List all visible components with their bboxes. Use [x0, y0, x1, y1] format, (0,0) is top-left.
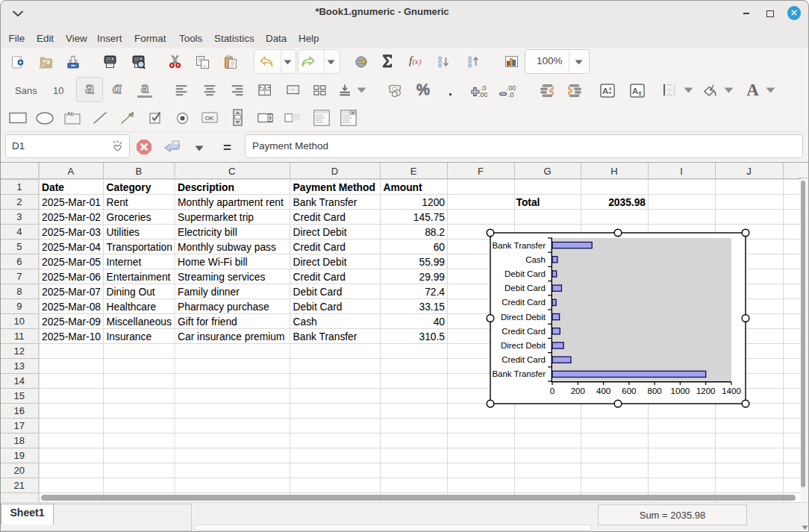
svg-text:800: 800: [648, 387, 662, 395]
svg-text:Dining Out: Dining Out: [107, 287, 155, 298]
svg-text:21: 21: [14, 480, 25, 491]
svg-text:H: H: [610, 166, 617, 177]
svg-text:19: 19: [14, 450, 25, 461]
svg-text:Credit Card: Credit Card: [293, 212, 346, 223]
svg-text:1: 1: [16, 181, 22, 193]
svg-text:0: 0: [550, 387, 555, 395]
svg-text:.00: .00: [478, 90, 488, 98]
svg-text:Amount: Amount: [384, 182, 423, 193]
svg-text:Direct Debit: Direct Debit: [293, 227, 347, 238]
svg-text:Car insurance premium: Car insurance premium: [178, 331, 284, 342]
svg-text:2025-Mar-01: 2025-Mar-01: [42, 197, 101, 208]
svg-text:B: B: [135, 166, 142, 177]
svg-text:2025-Mar-02: 2025-Mar-02: [42, 212, 101, 223]
svg-text:Bank Transfer: Bank Transfer: [492, 241, 546, 250]
svg-text:A: A: [602, 87, 608, 96]
svg-text:7: 7: [16, 271, 22, 282]
svg-text:Category: Category: [107, 182, 152, 193]
svg-text:A: A: [632, 87, 638, 96]
svg-text:F: F: [478, 166, 484, 177]
svg-text:1200: 1200: [422, 197, 445, 208]
svg-text:Electricity bill: Electricity bill: [178, 227, 237, 238]
svg-text:2: 2: [16, 196, 22, 207]
svg-text:400: 400: [596, 387, 610, 395]
svg-text:Cash: Cash: [293, 316, 317, 328]
svg-text:OK: OK: [205, 115, 214, 122]
svg-text:x: x: [609, 85, 612, 92]
svg-text:Monthly subway pass: Monthly subway pass: [178, 242, 276, 253]
svg-text:Debit Card: Debit Card: [505, 284, 546, 292]
svg-text:8: 8: [16, 286, 22, 297]
svg-text:Rent: Rent: [107, 197, 128, 208]
svg-text:200: 200: [571, 387, 585, 395]
svg-text:Payment Method: Payment Method: [293, 182, 375, 193]
svg-text:Credit Card: Credit Card: [502, 355, 546, 364]
svg-text:.0: .0: [508, 90, 514, 98]
svg-text:Description: Description: [178, 182, 234, 193]
svg-text:60: 60: [434, 242, 446, 253]
svg-text:Bank Transfer: Bank Transfer: [293, 331, 357, 342]
svg-text:Transportation: Transportation: [107, 242, 172, 253]
svg-text:145.75: 145.75: [413, 212, 446, 223]
svg-text:Insurance: Insurance: [107, 331, 152, 342]
svg-text:Healthcare: Healthcare: [107, 301, 157, 313]
svg-text:Debit Card: Debit Card: [505, 269, 546, 278]
svg-text:I: I: [680, 166, 683, 177]
svg-text:Miscellaneous: Miscellaneous: [107, 316, 172, 328]
svg-text:1400: 1400: [722, 387, 741, 395]
svg-text:12: 12: [14, 345, 25, 357]
svg-text:Ab: Ab: [67, 110, 75, 117]
svg-text:5: 5: [16, 241, 22, 252]
svg-text:Total: Total: [516, 197, 540, 208]
svg-text:Credit Card: Credit Card: [502, 327, 546, 336]
svg-text:Credit Card: Credit Card: [293, 272, 346, 283]
svg-text:Monthly apartment rent: Monthly apartment rent: [178, 197, 284, 208]
svg-text:310.5: 310.5: [419, 331, 445, 342]
svg-text:10: 10: [14, 316, 25, 327]
svg-text:Direct Debit: Direct Debit: [293, 257, 347, 268]
svg-text:C: C: [228, 166, 235, 177]
svg-text:Supermarket trip: Supermarket trip: [178, 212, 254, 223]
svg-text:A: A: [67, 166, 74, 177]
svg-text:1000: 1000: [671, 387, 690, 395]
svg-text:2025-Mar-04: 2025-Mar-04: [42, 242, 101, 253]
svg-text:4: 4: [16, 226, 22, 237]
svg-text:14: 14: [14, 375, 25, 387]
svg-text:15: 15: [14, 390, 25, 401]
svg-text:Groceries: Groceries: [107, 212, 152, 223]
svg-text:Credit Card: Credit Card: [293, 242, 346, 253]
svg-text:88.2: 88.2: [425, 227, 445, 238]
svg-text:2025-Mar-08: 2025-Mar-08: [42, 301, 101, 313]
svg-text:Cash: Cash: [525, 255, 546, 264]
svg-text:72.4: 72.4: [425, 287, 445, 298]
svg-text:Gift for friend: Gift for friend: [178, 316, 237, 328]
svg-text:Internet: Internet: [107, 257, 142, 268]
svg-text:13: 13: [14, 360, 25, 372]
svg-text:Utilities: Utilities: [107, 227, 140, 238]
svg-text:2025-Mar-05: 2025-Mar-05: [42, 257, 101, 268]
svg-text:600: 600: [622, 387, 636, 395]
svg-text:Date: Date: [42, 182, 64, 193]
svg-text:18: 18: [14, 435, 25, 446]
svg-text:2035.98: 2035.98: [608, 197, 646, 208]
svg-text:11: 11: [14, 331, 25, 342]
svg-text:1200: 1200: [696, 387, 716, 395]
svg-text:A: A: [263, 85, 267, 90]
svg-text:9: 9: [16, 301, 22, 312]
svg-text:20: 20: [14, 465, 25, 476]
svg-text:x: x: [639, 91, 642, 98]
svg-text:2025-Mar-09: 2025-Mar-09: [42, 316, 101, 328]
svg-text:2025-Mar-07: 2025-Mar-07: [42, 287, 101, 298]
svg-text:6: 6: [16, 256, 22, 267]
svg-text:Home Wi-Fi bill: Home Wi-Fi bill: [178, 257, 248, 268]
svg-text:2025-Mar-06: 2025-Mar-06: [42, 272, 101, 283]
svg-text:2025-Mar-10: 2025-Mar-10: [42, 331, 101, 342]
svg-text:Streaming services: Streaming services: [178, 272, 265, 283]
svg-text:3: 3: [16, 211, 22, 222]
svg-text:55.99: 55.99: [419, 257, 445, 268]
svg-text:29.99: 29.99: [419, 272, 445, 283]
svg-text:Bank Transfer: Bank Transfer: [492, 369, 546, 378]
svg-text:Family dinner: Family dinner: [178, 287, 240, 298]
svg-text:Entertainment: Entertainment: [107, 272, 171, 283]
svg-text:2025-Mar-03: 2025-Mar-03: [42, 227, 101, 238]
